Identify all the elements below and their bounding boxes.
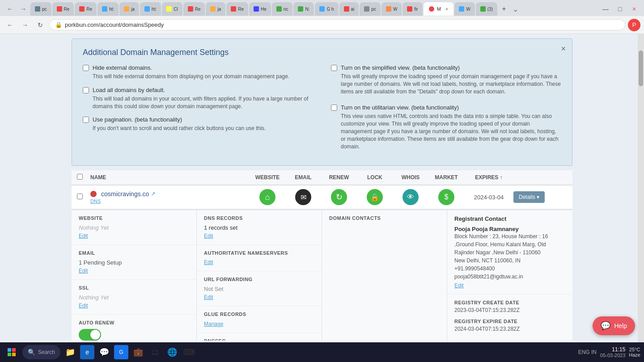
- help-button[interactable]: 💬 Help: [593, 316, 635, 335]
- lock-icon[interactable]: 🔒: [367, 189, 383, 205]
- back-btn[interactable]: ←: [4, 3, 16, 15]
- tab-icon: [79, 6, 85, 12]
- website-value: Nothing Yet: [79, 224, 189, 231]
- tab-ja2[interactable]: ja: [206, 2, 225, 16]
- tab-ht[interactable]: ht:: [97, 2, 119, 16]
- market-icon[interactable]: $: [438, 189, 454, 205]
- renew-icon[interactable]: ↻: [331, 189, 347, 205]
- taskbar-app2-icon[interactable]: 💼: [131, 345, 145, 359]
- taskbar-files-icon[interactable]: 📁: [63, 345, 77, 359]
- domain-tag-icon: [90, 191, 97, 197]
- col-lock-header: LOCK: [357, 174, 393, 181]
- tab-label: G h: [326, 7, 334, 12]
- url-forwarding-edit-link[interactable]: Edit: [204, 294, 314, 300]
- taskbar-chat-icon[interactable]: 💬: [97, 345, 111, 359]
- tab-re4[interactable]: Re: [226, 2, 248, 16]
- profile-icon[interactable]: P: [628, 19, 640, 31]
- tab-nc[interactable]: nc: [272, 2, 293, 16]
- tab-overflow-btn[interactable]: ⌄: [513, 5, 518, 13]
- tab-fir[interactable]: fir: [402, 2, 422, 16]
- scrollbar-thumb[interactable]: [639, 51, 643, 86]
- tab-he[interactable]: He: [249, 2, 271, 16]
- tab-icon: [276, 6, 282, 12]
- forward-button[interactable]: →: [19, 19, 31, 31]
- email-icon[interactable]: ✉: [295, 189, 311, 205]
- tab-icon: [319, 6, 325, 12]
- detail-grid: WEBSITE Nothing Yet Edit EMAIL 1 Pending…: [72, 210, 572, 341]
- tab-pc2[interactable]: pc: [360, 2, 381, 16]
- tab-re3[interactable]: Re: [183, 2, 205, 16]
- website-edit-link[interactable]: Edit: [79, 233, 189, 239]
- taskbar-code-icon[interactable]: ⌨: [182, 345, 196, 359]
- tab-gh[interactable]: G h: [315, 2, 338, 16]
- taskbar-folder-icon[interactable]: 🗂: [148, 345, 162, 359]
- domain-market-col: $: [428, 189, 464, 205]
- browser-chrome: ← → pc Re Re ht: ja ht: Cl: [0, 0, 644, 34]
- forward-btn[interactable]: →: [17, 3, 30, 15]
- taskbar-app1-icon[interactable]: G: [114, 345, 128, 359]
- settings-close-btn[interactable]: ×: [561, 44, 566, 54]
- dns-records-edit-link[interactable]: Edit: [204, 233, 314, 239]
- close-btn[interactable]: ×: [628, 3, 640, 15]
- whois-icon[interactable]: 👁: [402, 189, 419, 205]
- utilitarian-view-checkbox[interactable]: [331, 105, 337, 111]
- settings-item-pagination: Use pagination. (beta functionality) If …: [83, 116, 313, 132]
- external-link-icon[interactable]: ↗: [151, 190, 156, 197]
- minimize-btn[interactable]: —: [599, 3, 612, 15]
- auto-renew-track[interactable]: [79, 329, 101, 341]
- tab-ai[interactable]: ai: [339, 2, 359, 16]
- back-button[interactable]: ←: [4, 19, 16, 31]
- tab-w[interactable]: W: [381, 2, 402, 16]
- auto-renew-toggle[interactable]: [79, 329, 189, 341]
- refresh-button[interactable]: ↻: [34, 19, 47, 31]
- url-forwarding-value: Not Set: [204, 286, 314, 292]
- tab-close-btn[interactable]: ×: [445, 6, 448, 12]
- col-renew-header: RENEW: [321, 174, 357, 181]
- registrant-email: pooja058btit21@igdtuw.ac.in: [454, 273, 565, 281]
- scrollbar[interactable]: [638, 34, 644, 342]
- taskbar-edge-icon[interactable]: 🌐: [165, 345, 179, 359]
- col-market-header: MARKET: [428, 174, 464, 181]
- auth-ns-edit-link[interactable]: Edit: [204, 259, 314, 265]
- load-all-checkbox[interactable]: [83, 87, 89, 93]
- simplified-view-checkbox[interactable]: [331, 65, 337, 71]
- address-bar[interactable]: 🔒 porkbun.com/account/domainsSpeedy: [49, 19, 625, 30]
- hide-external-checkbox[interactable]: [83, 65, 89, 71]
- tab-ht2[interactable]: ht:: [140, 2, 161, 16]
- svg-rect-1: [12, 348, 16, 352]
- tab-active-m[interactable]: M ×: [424, 2, 454, 16]
- website-icon[interactable]: ⌂: [259, 189, 275, 205]
- taskbar-search-box[interactable]: 🔍 Search: [22, 345, 60, 359]
- email-edit-link[interactable]: Edit: [79, 268, 189, 274]
- tab-label: N:: [305, 7, 309, 12]
- domain-website-col: ⌂: [250, 189, 285, 205]
- tab-3[interactable]: (3): [476, 2, 497, 16]
- tab-ja[interactable]: ja: [119, 2, 139, 16]
- tab-re2[interactable]: Re: [75, 2, 97, 16]
- glue-records-manage-link[interactable]: Manage: [204, 321, 223, 327]
- new-tab-button[interactable]: +: [498, 3, 510, 15]
- tab-re1[interactable]: Re: [52, 2, 74, 16]
- registrant-edit-link[interactable]: Edit: [454, 282, 565, 289]
- select-all-checkbox[interactable]: [77, 174, 83, 180]
- domain-checkbox[interactable]: [77, 194, 83, 199]
- domain-name-link[interactable]: cosmicravings.co: [101, 190, 149, 198]
- start-button[interactable]: [4, 344, 20, 360]
- domain-dns-link[interactable]: DNS: [90, 198, 101, 204]
- glue-records-label: GLUE RECORDS: [204, 311, 314, 317]
- tab-label: Cl: [174, 7, 178, 12]
- tab-n[interactable]: N:: [293, 2, 314, 16]
- windows-icon: [8, 348, 16, 356]
- tab-cl[interactable]: Cl: [162, 2, 182, 16]
- maximize-btn[interactable]: □: [614, 3, 626, 15]
- tab-icon: [407, 6, 412, 12]
- taskbar-browser-icon[interactable]: e: [80, 345, 94, 359]
- tab-pc[interactable]: pc: [30, 2, 51, 16]
- details-button[interactable]: Details ▾: [513, 191, 545, 203]
- nav-icons: P: [628, 19, 640, 31]
- taskbar-weather: 25°C Haze: [629, 347, 640, 358]
- ssl-edit-link[interactable]: Edit: [79, 303, 189, 309]
- pagination-checkbox[interactable]: [83, 117, 89, 123]
- tab-w2[interactable]: W: [454, 2, 475, 16]
- col-website-header: WEBSITE: [250, 174, 285, 181]
